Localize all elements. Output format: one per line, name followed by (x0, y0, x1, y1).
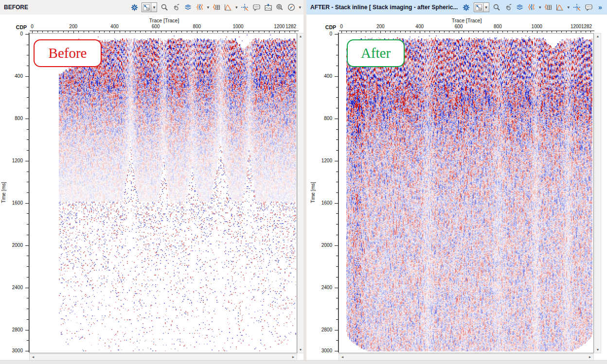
fit-view-button[interactable]: ▾ (142, 2, 157, 12)
scroll-up-icon[interactable]: ▲ (298, 34, 304, 39)
horizontal-scrollbar[interactable]: ◄ ► (339, 354, 594, 361)
panel-header[interactable]: AFTER - Stack inline [ Stack imaging - a… (306, 0, 607, 15)
dropdown-caret-icon[interactable]: ▾ (483, 2, 489, 12)
compass-icon[interactable] (287, 3, 296, 12)
histogram-curve-icon[interactable] (555, 3, 564, 12)
x-tick (429, 31, 430, 33)
panel-title: AFTER - Stack inline [ Stack imaging - a… (310, 4, 458, 11)
y-tick (336, 277, 338, 277)
panel-title: BEFORE (4, 4, 28, 11)
fit-view-icon[interactable] (142, 2, 151, 12)
scroll-right-icon[interactable]: ► (587, 354, 593, 360)
dropdown-caret-icon[interactable]: ▾ (567, 5, 570, 10)
y-tick (27, 172, 29, 172)
seismic-viewport[interactable]: Before (29, 33, 297, 353)
y-tick (335, 34, 338, 35)
horizontal-scrollbar[interactable]: ◄ ► (29, 354, 297, 361)
vertical-scrollbar[interactable]: ▲ ▼ (594, 33, 601, 353)
y-tick (25, 203, 29, 204)
y-tick-label: 2800 (3, 327, 23, 332)
fit-view-button[interactable]: ▾ (474, 2, 489, 12)
wiggle-display-icon[interactable] (527, 3, 536, 12)
dropdown-caret-icon[interactable]: ▾ (151, 2, 157, 12)
y-tick (27, 192, 29, 193)
app-window: BEFORE ▾▾▾▾ Trace [Trace] CDP Time [ms] … (0, 0, 607, 364)
fit-view-icon[interactable] (474, 2, 483, 12)
x-tick (371, 31, 371, 33)
y-tick (335, 76, 338, 77)
wiggle-table-icon[interactable] (212, 3, 221, 12)
settings-gear-icon[interactable] (462, 3, 471, 12)
layers-icon[interactable] (183, 3, 192, 12)
seismic-viewport[interactable]: After (339, 33, 594, 353)
x-tick (249, 31, 249, 33)
y-tick-label: 3000 (3, 348, 23, 353)
y-tick-label: 2400 (313, 285, 332, 290)
mouse-select-icon[interactable] (504, 3, 513, 12)
before-badge: Before (34, 39, 102, 67)
seismic-image[interactable] (339, 34, 593, 353)
y-tick-label: 1200 (313, 158, 332, 163)
panel-header[interactable]: BEFORE ▾▾▾▾ (0, 0, 304, 15)
x-tick (415, 31, 415, 33)
seismic-image[interactable] (30, 34, 297, 353)
wiggle-display-icon[interactable] (195, 3, 204, 12)
dropdown-caret-icon[interactable]: ▾ (235, 5, 238, 10)
y-tick (27, 55, 29, 55)
y-tick (336, 319, 338, 320)
annotation-bubble-icon[interactable] (252, 3, 261, 12)
x-tick (171, 31, 172, 33)
scroll-down-icon[interactable]: ▼ (595, 347, 601, 353)
x-tick (42, 31, 43, 33)
dropdown-caret-icon[interactable]: ▾ (299, 5, 301, 10)
x-tick (84, 31, 84, 33)
scroll-left-icon[interactable]: ◄ (339, 354, 345, 360)
x-tick (104, 31, 105, 33)
x-tick (502, 31, 503, 33)
x-tick (243, 31, 244, 33)
scroll-down-icon[interactable]: ▼ (298, 347, 304, 353)
y-tick (336, 55, 338, 55)
y-tick (336, 235, 338, 235)
dropdown-caret-icon[interactable]: ▾ (539, 5, 541, 10)
loupe-icon[interactable] (275, 3, 284, 12)
vertical-scrollbar[interactable]: ▲ ▼ (297, 33, 304, 353)
panel-before: BEFORE ▾▾▾▾ Trace [Trace] CDP Time [ms] … (0, 0, 304, 361)
y-tick (336, 150, 338, 151)
export-image-icon[interactable] (264, 3, 272, 12)
zoom-icon[interactable] (160, 3, 169, 12)
x-axis-title: Trace [Trace] (130, 17, 198, 23)
x-tick (295, 31, 295, 33)
overflow-chevrons-icon[interactable]: » (596, 3, 605, 12)
dropdown-caret-icon[interactable]: ▾ (207, 5, 209, 10)
y-tick (25, 161, 29, 161)
x-tick (181, 31, 182, 33)
x-tick (454, 31, 454, 33)
x-tick (444, 31, 445, 33)
wiggle-table-icon[interactable] (544, 3, 553, 12)
y-tick (27, 139, 29, 140)
y-tick (25, 330, 29, 330)
y-tick (25, 119, 29, 119)
zoom-icon[interactable] (492, 3, 501, 12)
crosshair-pick-icon[interactable] (572, 3, 581, 12)
x-tick-label: 400 (409, 24, 430, 29)
x-tick-label: 1282 (576, 24, 597, 29)
scroll-right-icon[interactable]: ► (290, 354, 296, 360)
y-tick (27, 256, 29, 256)
scroll-up-icon[interactable]: ▲ (595, 34, 601, 39)
x-tick (532, 31, 533, 33)
crosshair-pick-icon[interactable] (240, 3, 249, 12)
x-tick-label: 200 (370, 24, 391, 29)
scroll-left-icon[interactable]: ◄ (30, 354, 36, 360)
mouse-select-icon[interactable] (172, 3, 180, 12)
settings-gear-icon[interactable] (130, 3, 139, 12)
x-tick (400, 31, 401, 33)
x-tick (547, 31, 547, 33)
x-tick (166, 31, 166, 33)
layers-icon[interactable] (516, 3, 524, 12)
annotation-bubble-icon[interactable] (584, 3, 593, 12)
y-tick-label: 800 (313, 116, 332, 121)
histogram-curve-icon[interactable] (224, 3, 232, 12)
x-tick (395, 31, 395, 33)
